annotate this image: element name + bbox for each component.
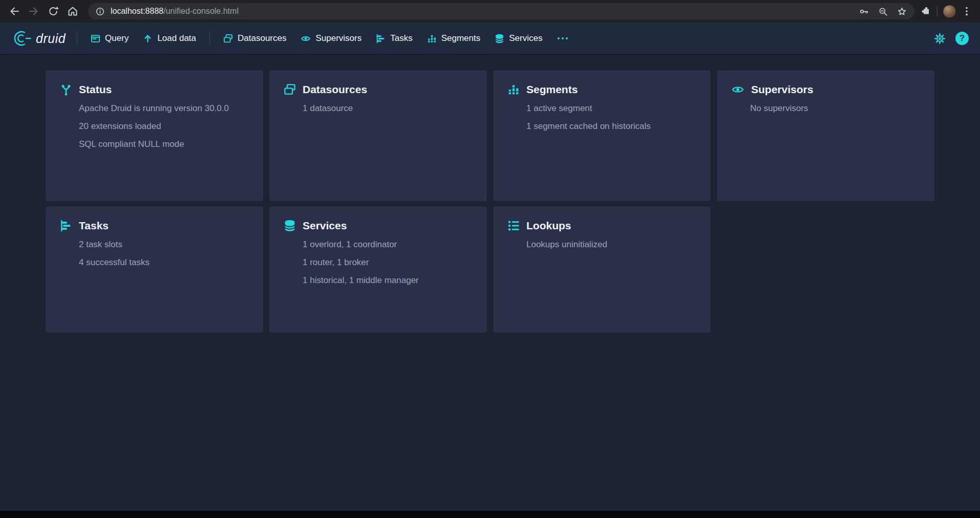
supervisors-card[interactable]: Supervisors No supervisors — [717, 70, 934, 201]
status-fork-icon — [60, 83, 72, 96]
passwords-key-icon[interactable] — [859, 6, 869, 17]
segments-icon — [507, 83, 520, 96]
nav-item-label: Query — [105, 33, 129, 44]
load-data-icon — [143, 34, 153, 44]
druid-logo-icon — [9, 29, 32, 48]
reload-button[interactable] — [44, 2, 62, 20]
card-title: Supervisors — [751, 83, 813, 96]
nav-item-services[interactable]: Services — [488, 29, 548, 48]
gear-icon[interactable] — [933, 32, 946, 45]
profile-avatar[interactable] — [943, 5, 956, 18]
services-icon — [495, 34, 504, 44]
home-button[interactable] — [63, 2, 82, 20]
nav-item-segments[interactable]: Segments — [421, 29, 487, 48]
card-line: 1 datasource — [303, 104, 473, 113]
tasks-icon — [376, 34, 386, 44]
more-ellipsis-icon — [557, 34, 569, 43]
help-button[interactable]: ? — [955, 32, 969, 45]
card-line: 4 successful tasks — [79, 258, 249, 267]
lookups-card[interactable]: Lookups Lookups uninitialized — [493, 206, 711, 333]
browser-toolbar: localhost:8888/unified-console.html — [0, 0, 980, 23]
datasources-card[interactable]: Datasources 1 datasource — [269, 70, 487, 201]
card-line: Apache Druid is running version 30.0.0 — [79, 104, 249, 113]
home-icon — [67, 5, 79, 17]
card-title: Segments — [526, 83, 578, 96]
forward-icon — [28, 5, 40, 17]
druid-navbar: druid Query Load data Datasources Superv… — [0, 23, 980, 54]
nav-item-query[interactable]: Query — [84, 29, 135, 48]
card-line: 1 segment cached on historicals — [526, 122, 696, 131]
nav-item-datasources[interactable]: Datasources — [217, 29, 292, 48]
site-info-icon[interactable] — [95, 7, 105, 16]
card-line: 20 extensions loaded — [79, 122, 249, 131]
zoom-icon[interactable] — [878, 6, 888, 17]
nav-item-load-data[interactable]: Load data — [137, 29, 202, 48]
nav-divider — [77, 31, 77, 46]
nav-divider — [209, 31, 210, 46]
address-bar[interactable]: localhost:8888/unified-console.html — [88, 3, 914, 19]
reload-icon — [47, 5, 59, 17]
nav-item-label: Supervisors — [315, 33, 361, 44]
url-text[interactable]: localhost:8888/unified-console.html — [111, 7, 853, 16]
datasources-icon — [223, 34, 233, 44]
card-line: No supervisors — [750, 104, 920, 113]
back-button[interactable] — [5, 2, 24, 20]
card-line: 2 task slots — [79, 240, 249, 249]
segments-icon — [427, 34, 437, 44]
nav-item-label: Tasks — [390, 33, 412, 44]
nav-item-label: Services — [509, 33, 542, 44]
services-icon — [284, 220, 296, 232]
card-title: Tasks — [79, 220, 109, 232]
services-card[interactable]: Services 1 overlord, 1 coordinator 1 rou… — [269, 206, 487, 333]
lookups-icon — [507, 220, 520, 232]
cards-grid: Status Apache Druid is running version 3… — [46, 70, 934, 333]
url-path: /unified-console.html — [163, 7, 239, 15]
bookmark-star-icon[interactable] — [897, 6, 907, 17]
toolbar-right — [921, 5, 975, 18]
home-view: Status Apache Druid is running version 3… — [0, 54, 980, 333]
tasks-card[interactable]: Tasks 2 task slots 4 successful tasks — [46, 206, 263, 333]
forward-button[interactable] — [25, 2, 43, 20]
browser-menu-icon[interactable] — [962, 6, 972, 17]
nav-item-label: Load data — [157, 33, 196, 44]
query-icon — [91, 34, 100, 44]
card-line: 1 active segment — [526, 104, 696, 113]
card-title: Lookups — [526, 220, 571, 232]
bottom-strip — [0, 511, 980, 518]
nav-item-label: Segments — [441, 33, 481, 44]
datasources-icon — [284, 83, 296, 96]
nav-item-tasks[interactable]: Tasks — [370, 29, 418, 48]
tasks-icon — [60, 220, 72, 232]
card-line: Lookups uninitialized — [526, 240, 696, 249]
nav-item-supervisors[interactable]: Supervisors — [294, 29, 368, 48]
brand-text: druid — [36, 31, 66, 46]
card-line: 1 router, 1 broker — [303, 258, 473, 267]
card-title: Datasources — [303, 83, 367, 96]
supervisors-icon — [301, 34, 311, 44]
help-label: ? — [960, 33, 965, 44]
status-card[interactable]: Status Apache Druid is running version 3… — [46, 70, 263, 201]
card-line: 1 historical, 1 middle manager — [303, 276, 473, 285]
back-icon — [8, 5, 20, 17]
nav-item-label: Datasources — [238, 33, 286, 44]
card-title: Status — [79, 83, 112, 96]
nav-more-button[interactable] — [550, 29, 575, 48]
extensions-icon[interactable] — [921, 6, 932, 17]
url-host: localhost:8888 — [111, 7, 163, 15]
card-title: Services — [303, 220, 347, 232]
toolbar-separator — [937, 6, 938, 16]
segments-card[interactable]: Segments 1 active segment 1 segment cach… — [493, 70, 711, 201]
navbar-right: ? — [933, 32, 969, 45]
supervisors-icon — [731, 83, 744, 96]
card-line: 1 overlord, 1 coordinator — [303, 240, 473, 249]
druid-logo[interactable]: druid — [9, 29, 71, 48]
card-line: SQL compliant NULL mode — [79, 140, 249, 149]
